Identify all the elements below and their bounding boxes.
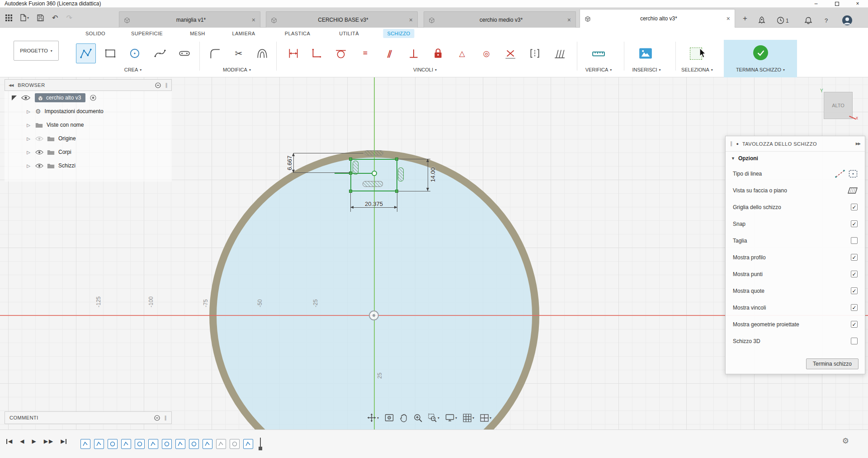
- notifications-icon[interactable]: [805, 17, 812, 24]
- spline-tool[interactable]: [150, 43, 170, 63]
- checkbox-mostra-quote[interactable]: [851, 287, 858, 294]
- avatar[interactable]: [842, 15, 853, 26]
- browser-root-row[interactable]: cerchio alto v3: [5, 91, 172, 105]
- sketch-slot[interactable]: [363, 181, 383, 187]
- checkbox-griglia-dello-schizzo[interactable]: [851, 204, 858, 210]
- help-icon[interactable]: ?: [825, 17, 828, 24]
- menu-solido[interactable]: SOLIDO: [81, 29, 109, 38]
- line-type-centerline-icon[interactable]: [849, 170, 858, 178]
- look-at-plane-icon[interactable]: [848, 187, 858, 194]
- measure-tool[interactable]: [589, 43, 609, 63]
- symmetry-constraint[interactable]: [525, 43, 545, 63]
- group-modifica[interactable]: MODIFICA▾: [223, 67, 251, 72]
- root-document-chip[interactable]: cerchio alto v3: [35, 93, 85, 102]
- origin-point[interactable]: [369, 310, 379, 320]
- browser-item-origine[interactable]: ▷ Origine: [5, 132, 172, 145]
- timeline-feature-suppressed[interactable]: [216, 439, 226, 449]
- display-settings-icon[interactable]: ▾: [445, 414, 457, 422]
- visibility-off-eye-icon[interactable]: [35, 136, 43, 142]
- checkbox-mostra-punti[interactable]: [851, 271, 858, 277]
- sketch-slot[interactable]: [353, 161, 359, 175]
- undo-button[interactable]: ↶: [52, 14, 58, 22]
- projected-slot[interactable]: [364, 150, 383, 156]
- sketch-slot[interactable]: [398, 167, 404, 181]
- viewports-icon[interactable]: ▾: [480, 414, 491, 422]
- midpoint-constraint[interactable]: [500, 43, 520, 63]
- perpendicular-constraint[interactable]: [404, 43, 424, 63]
- sketch-dimension-tool[interactable]: [283, 43, 303, 63]
- menu-mesh[interactable]: MESH: [186, 29, 209, 38]
- browser-item-schizzi[interactable]: ▷ Schizzi: [5, 159, 172, 172]
- file-menu-button[interactable]: ▾: [20, 14, 29, 21]
- checkbox-taglia[interactable]: [851, 237, 858, 244]
- line-tool[interactable]: [76, 43, 96, 63]
- menu-lamiera[interactable]: LAMIERA: [228, 29, 259, 38]
- rectangle-tool[interactable]: [100, 43, 120, 63]
- checkbox-mostra-profilo[interactable]: [851, 254, 858, 261]
- skip-to-end-button[interactable]: ▶: [61, 438, 66, 444]
- browser-options-icon[interactable]: [155, 82, 161, 88]
- group-vincoli[interactable]: VINCOLI▾: [413, 67, 437, 72]
- dimension-value[interactable]: 6.667: [286, 156, 293, 171]
- equal-constraint[interactable]: =: [355, 43, 375, 63]
- tab-cerchio-base[interactable]: CERCHIO BASE v3* ×: [266, 11, 418, 28]
- step-forward-button[interactable]: ▶▶: [44, 438, 53, 444]
- group-inserisci[interactable]: INSERISCI▾: [632, 67, 660, 72]
- dimension-value[interactable]: 14.00: [429, 167, 436, 182]
- close-button[interactable]: ×: [847, 0, 868, 7]
- comments-options-icon[interactable]: [154, 415, 160, 421]
- activate-radio-icon[interactable]: [90, 95, 96, 101]
- sketch-point[interactable]: [349, 157, 352, 161]
- close-icon[interactable]: ×: [252, 17, 255, 23]
- pan-hand-icon[interactable]: [400, 414, 408, 422]
- expand-arrow-icon[interactable]: ▷: [25, 163, 32, 168]
- finish-sketch-button[interactable]: [753, 45, 768, 60]
- zoom-icon[interactable]: [414, 414, 422, 422]
- palette-header[interactable]: ∥ ● TAVOLOZZA DELLO SCHIZZO ▶▶: [726, 136, 865, 152]
- browser-header[interactable]: ◀◀ BROWSER ∥: [5, 79, 172, 91]
- view-cube-face-label[interactable]: ALTO: [832, 103, 844, 108]
- tangent-constraint[interactable]: [331, 43, 351, 63]
- timeline-feature-sketch[interactable]: [175, 439, 185, 449]
- sketch-line[interactable]: [350, 159, 397, 160]
- save-button[interactable]: [37, 14, 44, 21]
- view-cube[interactable]: ALTO: [824, 92, 853, 119]
- redo-button[interactable]: ↷: [66, 14, 72, 22]
- close-icon[interactable]: ×: [567, 17, 571, 23]
- checkbox-mostra-vincoli[interactable]: [851, 304, 858, 311]
- tab-cerchio-alto[interactable]: cerchio alto v3* ×: [580, 9, 735, 28]
- timeline-feature-sketch[interactable]: [108, 439, 118, 449]
- comments-panel[interactable]: COMMENTI ∥: [5, 411, 172, 424]
- fillet-tool[interactable]: [205, 43, 225, 63]
- concentric-constraint[interactable]: ◎: [476, 43, 496, 63]
- timeline-feature-sketch[interactable]: [80, 439, 90, 449]
- trim-tool[interactable]: ✂: [229, 43, 249, 63]
- timeline-feature-sketch[interactable]: [135, 439, 145, 449]
- project-button[interactable]: PROGETTO ▾: [14, 41, 59, 61]
- group-crea[interactable]: CREA▾: [124, 67, 142, 72]
- panel-grip[interactable]: ∥: [165, 82, 168, 88]
- horizontal-vertical-constraint[interactable]: [307, 43, 326, 63]
- browser-item-impostazioni[interactable]: ▷ ⚙ Impostazioni documento: [5, 105, 172, 118]
- circle-tool[interactable]: [125, 43, 145, 63]
- parallel-constraint[interactable]: ∥: [377, 43, 403, 63]
- visibility-eye-icon[interactable]: [21, 95, 30, 101]
- collapse-browser-icon[interactable]: ◀◀: [9, 83, 13, 87]
- group-verifica[interactable]: VERIFICA▾: [585, 67, 612, 72]
- dimension-value[interactable]: 20.375: [365, 200, 383, 207]
- menu-superficie[interactable]: SUPERFICIE: [127, 29, 167, 38]
- browser-item-viste[interactable]: ▷ Viste con nome: [5, 118, 172, 132]
- minimize-button[interactable]: –: [806, 0, 826, 7]
- group-seleziona[interactable]: SELEZIONA▾: [681, 67, 713, 72]
- visibility-eye-icon[interactable]: [35, 163, 43, 169]
- line-type-construction-icon[interactable]: [835, 170, 845, 178]
- insert-image-tool[interactable]: [636, 43, 656, 63]
- grid-snap-icon[interactable]: ▾: [463, 414, 474, 422]
- timeline-feature-sketch[interactable]: [203, 439, 212, 449]
- palette-section-opzioni[interactable]: ▼ Opzioni: [726, 152, 865, 165]
- expand-arrow-icon[interactable]: ▷: [25, 136, 32, 141]
- app-grid-icon[interactable]: [5, 14, 12, 21]
- polygon-constraint[interactable]: △: [452, 43, 472, 63]
- step-back-button[interactable]: ◀: [20, 438, 24, 444]
- timeline-feature-sketch[interactable]: [162, 439, 172, 449]
